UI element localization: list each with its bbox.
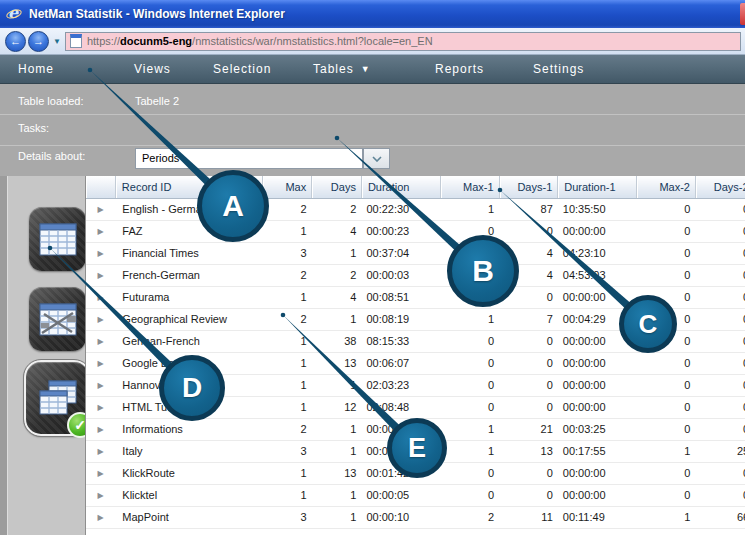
days-2-cell: 0 xyxy=(695,286,745,308)
record-id-cell: Financial Times xyxy=(115,242,262,264)
days-2-cell: 0 xyxy=(695,462,745,484)
copy-table-view-button-selected[interactable]: ✓ xyxy=(24,360,91,436)
chevron-down-icon: ▼ xyxy=(361,64,371,74)
back-button[interactable]: ← xyxy=(5,31,26,52)
days-cell: 1 xyxy=(312,484,362,506)
callout-d: D xyxy=(159,355,225,421)
max-cell: 2 xyxy=(262,198,312,220)
days-2-cell: 0 xyxy=(695,220,745,242)
days-2-cell: 0 xyxy=(695,484,745,506)
header-days[interactable]: Days xyxy=(312,176,362,198)
max-1-cell: 2 xyxy=(440,506,499,528)
max-cell: 1 xyxy=(262,352,312,374)
header-max-1[interactable]: Max-1 xyxy=(440,176,499,198)
header-days-2[interactable]: Days-2 xyxy=(695,176,745,198)
history-dropdown-icon[interactable]: ▼ xyxy=(53,37,61,46)
max-1-cell: 1 xyxy=(440,198,499,220)
max-2-cell: 0 xyxy=(637,484,696,506)
duration-1-cell: 00:03:25 xyxy=(558,418,637,440)
max-cell: 1 xyxy=(262,220,312,242)
duration-1-cell: 00:00:00 xyxy=(558,374,637,396)
max-2-cell: 1 xyxy=(637,440,696,462)
max-cell: 1 xyxy=(262,330,312,352)
max-cell: 3 xyxy=(262,242,312,264)
row-expander-icon[interactable]: ▶ xyxy=(86,242,115,264)
main-menu-bar: Home Views Selection Tables▼ Reports Set… xyxy=(0,55,745,84)
record-id-cell: Klicktel xyxy=(115,484,262,506)
menu-item-home[interactable]: Home xyxy=(18,55,54,84)
duration-cell: 00:00:05 xyxy=(361,484,440,506)
header-duration-1[interactable]: Duration-1 xyxy=(558,176,637,198)
duration-1-cell: 00:00:00 xyxy=(558,220,637,242)
internet-explorer-icon: e xyxy=(6,6,23,23)
max-cell: 1 xyxy=(262,462,312,484)
max-cell: 1 xyxy=(262,374,312,396)
days-1-cell: 0 xyxy=(499,352,558,374)
row-expander-icon[interactable]: ▶ xyxy=(86,484,115,506)
callout-a: A xyxy=(197,170,269,242)
table-row[interactable]: ▶ French-German 2 2 00:00:03 1 4 04:53:0… xyxy=(86,264,745,286)
record-id-cell: Informations xyxy=(115,418,262,440)
duration-1-cell: 00:00:00 xyxy=(558,352,637,374)
max-1-cell: 0 xyxy=(440,396,499,418)
view-switcher-sidebar: ✓ xyxy=(0,176,85,535)
select-arrow-button[interactable] xyxy=(363,148,390,169)
row-expander-icon[interactable]: ▶ xyxy=(86,352,115,374)
max-cell: 3 xyxy=(262,506,312,528)
menu-item-reports[interactable]: Reports xyxy=(435,55,484,84)
table-view-button[interactable] xyxy=(29,207,86,271)
days-2-cell: 0 xyxy=(695,396,745,418)
forward-button[interactable]: → xyxy=(28,31,49,52)
record-id-cell: Italy xyxy=(115,440,262,462)
row-expander-icon[interactable]: ▶ xyxy=(86,462,115,484)
max-cell: 2 xyxy=(262,418,312,440)
table-row[interactable]: ▶ Klicktel 1 1 00:00:05 0 0 00:00:00 0 0… xyxy=(86,484,745,506)
tasks-label: Tasks: xyxy=(18,122,49,134)
days-cell: 1 xyxy=(312,308,362,330)
cross-table-view-button[interactable] xyxy=(29,287,86,351)
table-row[interactable]: ▶ Financial Times 3 1 00:37:04 1 4 04:23… xyxy=(86,242,745,264)
header-duration[interactable]: Duration xyxy=(361,176,440,198)
close-button[interactable] xyxy=(740,3,745,25)
duration-cell: 02:08:48 xyxy=(361,396,440,418)
duration-cell: 00:00:10 xyxy=(361,506,440,528)
menu-item-views[interactable]: Views xyxy=(134,55,171,84)
table-row[interactable]: ▶ MapPoint 3 1 00:00:10 2 11 00:11:49 1 … xyxy=(86,506,745,528)
max-cell: 1 xyxy=(262,484,312,506)
table-row[interactable]: ▶ English - German 2 2 00:22:30 1 87 10:… xyxy=(86,198,745,220)
max-2-cell: 0 xyxy=(637,462,696,484)
details-about-select[interactable]: Periods xyxy=(135,148,363,169)
max-2-cell: 0 xyxy=(637,198,696,220)
address-input[interactable]: https://docunm5-eng/nmstatistics/war/nms… xyxy=(65,32,741,51)
chevron-down-icon xyxy=(372,156,382,162)
table-row[interactable]: ▶ FAZ 1 4 00:00:23 0 0 00:00:00 0 0 00:0… xyxy=(86,220,745,242)
duration-1-cell: 04:23:10 xyxy=(558,242,637,264)
row-expander-icon[interactable]: ▶ xyxy=(86,374,115,396)
menu-item-selection[interactable]: Selection xyxy=(213,55,271,84)
header-max-2[interactable]: Max-2 xyxy=(637,176,696,198)
row-expander-icon[interactable]: ▶ xyxy=(86,220,115,242)
menu-item-tables[interactable]: Tables▼ xyxy=(313,55,371,84)
header-days-1[interactable]: Days-1 xyxy=(499,176,558,198)
menu-item-settings[interactable]: Settings xyxy=(533,55,584,84)
max-1-cell: 1 xyxy=(440,418,499,440)
max-cell: 1 xyxy=(262,286,312,308)
row-expander-icon[interactable]: ▶ xyxy=(86,198,115,220)
row-expander-icon[interactable]: ▶ xyxy=(86,286,115,308)
copy-table-icon xyxy=(38,380,78,416)
row-expander-icon[interactable]: ▶ xyxy=(86,308,115,330)
row-expander-icon[interactable]: ▶ xyxy=(86,506,115,528)
row-expander-icon[interactable]: ▶ xyxy=(86,330,115,352)
max-cell: 2 xyxy=(262,308,312,330)
duration-1-cell: 04:53:03 xyxy=(558,264,637,286)
row-expander-icon[interactable]: ▶ xyxy=(86,418,115,440)
max-cell: 3 xyxy=(262,440,312,462)
row-expander-icon[interactable]: ▶ xyxy=(86,440,115,462)
header-max[interactable]: Max xyxy=(262,176,312,198)
duration-1-cell: 00:11:49 xyxy=(558,506,637,528)
row-expander-icon[interactable]: ▶ xyxy=(86,264,115,286)
table-icon xyxy=(39,223,77,256)
row-expander-icon[interactable]: ▶ xyxy=(86,396,115,418)
address-bar: ← → ▼ https://docunm5-eng/nmstatistics/w… xyxy=(0,28,745,55)
duration-1-cell: 00:00:00 xyxy=(558,484,637,506)
